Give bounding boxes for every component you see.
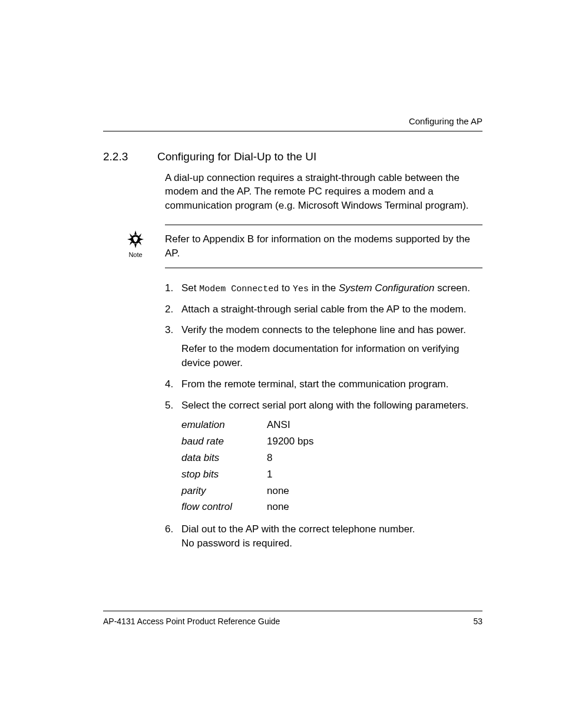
footer-title: AP-4131 Access Point Product Reference G… [103,616,280,628]
table-row: stop bits1 [181,466,313,483]
footer-rule [103,611,482,611]
param-key: baud rate [181,433,267,450]
param-value: 19200 bps [267,433,313,450]
content-block: A dial-up connection requires a straight… [165,171,482,551]
step-number: 2. [165,302,181,317]
code-text: Modem Connected [199,284,279,294]
step-body: Verify the modem connects to the telepho… [181,323,482,370]
table-row: baud rate19200 bps [181,433,313,450]
note-text: Refer to Appendix B for information on t… [165,225,482,268]
param-key: emulation [181,417,267,433]
param-value: none [267,499,313,515]
step-6: 6. Dial out to the AP with the correct t… [165,522,482,551]
text: Verify the modem connects to the telepho… [181,324,466,335]
page-footer: AP-4131 Access Point Product Reference G… [103,611,482,628]
step-5: 5. Select the correct serial port along … [165,398,482,516]
step-body: Set Modem Connected to Yes in the System… [181,281,482,295]
text: Select the correct serial port along wit… [181,400,469,411]
text: to [279,282,293,294]
param-value: 1 [267,466,313,483]
steps-list: 1. Set Modem Connected to Yes in the Sys… [165,281,482,551]
parameters-table: emulationANSI baud rate19200 bps data bi… [181,417,313,515]
running-header: Configuring the AP [103,115,482,127]
table-row: data bits8 [181,450,313,466]
step-2: 2. Attach a straight-through serial cabl… [165,302,482,317]
step-number: 6. [165,522,181,551]
param-key: data bits [181,450,267,466]
page: Configuring the AP 2.2.3 Configuring for… [0,0,562,728]
section-number: 2.2.3 [103,149,157,165]
step-body: Dial out to the AP with the correct tele… [181,522,482,551]
step-body: Select the correct serial port along wit… [181,398,482,516]
param-value: 8 [267,450,313,466]
param-value: none [267,483,313,499]
param-value: ANSI [267,417,313,433]
param-key: stop bits [181,466,267,483]
text: screen. [435,282,470,294]
text: Dial out to the AP with the correct tele… [181,523,415,535]
step-body: From the remote terminal, start the comm… [181,377,482,391]
italic-text: System Configuration [339,282,435,294]
step-4: 4. From the remote terminal, start the c… [165,377,482,391]
step-number: 1. [165,281,181,295]
step-number: 4. [165,377,181,391]
table-row: emulationANSI [181,417,313,433]
page-number: 53 [473,616,482,628]
param-key: flow control [181,499,267,515]
section-title: Configuring for Dial-Up to the UI [157,149,316,165]
text: in the [309,282,339,294]
param-key: parity [181,483,267,499]
note-icon: Note [121,229,150,259]
table-row: flow controlnone [181,499,313,515]
sub-paragraph: Refer to the modem documentation for inf… [181,342,482,370]
step-number: 5. [165,398,181,516]
note-block: Note Refer to Appendix B for information… [165,225,482,268]
table-row: paritynone [181,483,313,499]
step-number: 3. [165,323,181,370]
text: Set [181,282,199,294]
section-heading: 2.2.3 Configuring for Dial-Up to the UI [103,149,482,165]
code-text: Yes [293,284,309,294]
note-rule-bottom [165,268,482,268]
step-body: Attach a straight-through serial cable f… [181,302,482,317]
step-3: 3. Verify the modem connects to the tele… [165,323,482,370]
header-rule [103,131,482,131]
text: No password is required. [181,538,292,549]
intro-paragraph: A dial-up connection requires a straight… [165,171,482,213]
step-1: 1. Set Modem Connected to Yes in the Sys… [165,281,482,295]
note-label: Note [121,251,150,259]
